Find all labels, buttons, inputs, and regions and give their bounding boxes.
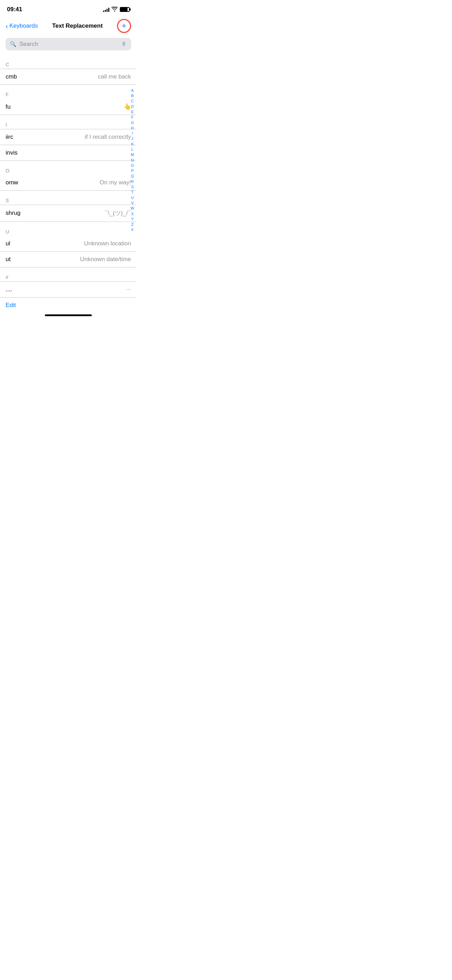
table-row[interactable]: cmbcall me back: [0, 69, 137, 85]
chevron-left-icon: ‹: [6, 22, 8, 29]
index-letter-x[interactable]: X: [130, 212, 135, 216]
shortcut-text: cmb: [6, 73, 17, 80]
home-bar: [45, 314, 92, 316]
table-row[interactable]: iircif I recall correctly: [0, 129, 137, 145]
index-letter-t[interactable]: T: [130, 189, 135, 194]
index-letter-y[interactable]: Y: [130, 216, 135, 221]
home-indicator: [0, 312, 137, 320]
shortcut-text: ....: [6, 286, 12, 293]
index-letter-#[interactable]: #: [130, 227, 135, 232]
index-letter-u[interactable]: U: [130, 195, 135, 200]
index-letter-h[interactable]: H: [130, 126, 135, 130]
index-letter-i[interactable]: I: [130, 131, 135, 136]
shortcut-text: invis: [6, 149, 18, 156]
table-row[interactable]: omwOn my way!: [0, 175, 137, 191]
search-bar[interactable]: 🔍 Search 🎙: [6, 38, 131, 51]
index-letter-f[interactable]: F: [130, 115, 135, 119]
search-icon: 🔍: [10, 41, 16, 47]
plus-icon: +: [122, 22, 126, 30]
phrase-text: Unknown date/time: [80, 256, 131, 263]
index-sidebar: ABCDEFGHIJKLMNOPQRSTUVWXYZ#: [128, 0, 137, 320]
index-letter-z[interactable]: Z: [130, 222, 135, 227]
phrase-text: call me back: [98, 73, 131, 80]
wifi-icon: [111, 7, 118, 13]
shortcut-text: ul: [6, 240, 10, 247]
index-letter-b[interactable]: B: [130, 93, 135, 98]
shortcut-text: omw: [6, 179, 18, 186]
index-letter-k[interactable]: K: [130, 142, 135, 146]
section-header-s: S: [0, 191, 137, 205]
shortcut-text: shrug: [6, 210, 21, 216]
status-bar: 09:41: [0, 0, 137, 17]
section-header-c: C: [0, 55, 137, 69]
index-letter-g[interactable]: G: [130, 120, 135, 125]
table-row[interactable]: utUnknown date/time: [0, 252, 137, 267]
index-letter-a[interactable]: A: [130, 88, 135, 93]
table-row[interactable]: fu👆: [0, 99, 137, 115]
index-letter-e[interactable]: E: [130, 109, 135, 114]
section-header-u: U: [0, 222, 137, 236]
edit-button[interactable]: Edit: [6, 302, 16, 309]
table-row[interactable]: invis: [0, 145, 137, 161]
shortcut-text: fu: [6, 103, 11, 110]
index-letter-c[interactable]: C: [130, 99, 135, 103]
phrase-text: On my way!: [100, 179, 131, 186]
microphone-icon[interactable]: 🎙: [121, 41, 127, 47]
index-letter-m[interactable]: M: [130, 152, 135, 157]
index-letter-s[interactable]: S: [130, 185, 135, 189]
search-container: 🔍 Search 🎙: [0, 35, 137, 53]
section-header-i: I: [0, 115, 137, 129]
status-icons: [103, 7, 130, 13]
phrase-text: if I recall correctly: [85, 134, 131, 140]
shortcut-text: iirc: [6, 134, 13, 140]
bottom-toolbar: Edit: [0, 297, 137, 312]
section-header-f: F: [0, 85, 137, 99]
index-letter-d[interactable]: D: [130, 104, 135, 109]
index-letter-v[interactable]: V: [130, 200, 135, 205]
index-letter-r[interactable]: R: [130, 179, 135, 184]
list-container: Ccmbcall me backFfu👆Iiircif I recall cor…: [0, 55, 137, 297]
index-letter-w[interactable]: W: [130, 206, 135, 211]
table-row[interactable]: ....···: [0, 282, 137, 297]
signal-bars-icon: [103, 7, 109, 12]
back-label: Keyboards: [10, 22, 38, 29]
status-time: 09:41: [7, 6, 22, 13]
index-letter-q[interactable]: Q: [130, 173, 135, 178]
index-letter-n[interactable]: N: [130, 158, 135, 162]
shortcut-text: ut: [6, 256, 11, 263]
back-button[interactable]: ‹ Keyboards: [6, 22, 38, 29]
index-letter-l[interactable]: L: [130, 147, 135, 152]
nav-title: Text Replacement: [38, 22, 117, 29]
phrase-text: ¯\_(ツ)_/¯: [105, 209, 131, 217]
section-header-o: O: [0, 161, 137, 175]
table-row[interactable]: shrug¯\_(ツ)_/¯: [0, 205, 137, 222]
phrase-text: Unknown location: [84, 240, 131, 247]
search-placeholder: Search: [19, 41, 118, 48]
table-row[interactable]: ulUnknown location: [0, 236, 137, 252]
index-letter-o[interactable]: O: [130, 163, 135, 168]
index-letter-j[interactable]: J: [130, 136, 135, 141]
nav-bar: ‹ Keyboards Text Replacement +: [0, 17, 137, 35]
index-letter-p[interactable]: P: [130, 168, 135, 173]
section-header-#: #: [0, 267, 137, 282]
